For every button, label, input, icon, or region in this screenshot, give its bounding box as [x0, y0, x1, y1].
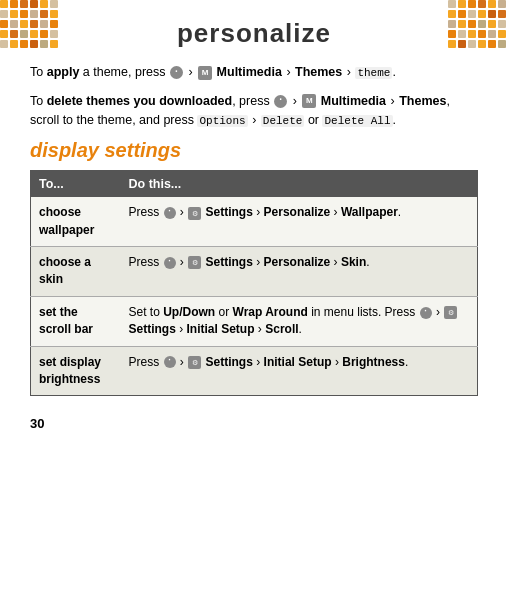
table-row: set display brightnessPress · › ⚙ Settin… — [31, 346, 478, 396]
instruction-cell: Set to Up/Down or Wrap Around in menu li… — [121, 296, 478, 346]
delete-bold: delete themes you downloaded — [47, 94, 232, 108]
instruction-cell: Press · › ⚙ Settings › Personalize › Wal… — [121, 197, 478, 246]
nav-dot-1: · — [170, 66, 183, 79]
section-heading: display settings — [30, 139, 478, 162]
content-area: To apply a theme, press · › M Multimedia… — [0, 59, 508, 406]
page-title-area: personalize — [0, 0, 508, 59]
page-title: personalize — [177, 18, 331, 48]
multimedia-label-2: Multimedia — [321, 94, 386, 108]
deleteall-mono: Delete All — [322, 115, 392, 127]
options-mono: Options — [197, 115, 247, 127]
table-header-row: To... Do this... — [31, 171, 478, 198]
multimedia-icon-1: M — [198, 66, 212, 80]
action-cell: set the scroll bar — [31, 296, 121, 346]
table-row: choose a skinPress · › ⚙ Settings › Pers… — [31, 247, 478, 297]
nav-dot-inline: · — [164, 257, 176, 269]
col2-header: Do this... — [121, 171, 478, 198]
instruction-cell: Press · › ⚙ Settings › Initial Setup › B… — [121, 346, 478, 396]
action-cell: set display brightness — [31, 346, 121, 396]
page-container: personalize To apply a theme, press · › … — [0, 0, 508, 616]
col1-header: To... — [31, 171, 121, 198]
action-cell: choose a skin — [31, 247, 121, 297]
intro-para-1: To apply a theme, press · › M Multimedia… — [30, 63, 478, 82]
themes-label-2: Themes — [399, 94, 446, 108]
nav-dot-inline: · — [420, 307, 432, 319]
settings-icon: ⚙ — [444, 306, 457, 319]
table-row: choose wallpaperPress · › ⚙ Settings › P… — [31, 197, 478, 246]
nav-dot-inline: · — [164, 207, 176, 219]
settings-table: To... Do this... choose wallpaperPress ·… — [30, 170, 478, 396]
multimedia-label-1: Multimedia — [217, 65, 282, 79]
nav-dot-2: · — [274, 95, 287, 108]
page-number: 30 — [0, 406, 508, 441]
theme-mono: theme — [355, 67, 392, 79]
apply-bold: apply — [47, 65, 80, 79]
multimedia-icon-2: M — [302, 94, 316, 108]
nav-dot-inline: · — [164, 356, 176, 368]
intro-para-2: To delete themes you downloaded, press ·… — [30, 92, 478, 130]
settings-icon: ⚙ — [188, 256, 201, 269]
themes-label-1: Themes — [295, 65, 342, 79]
action-cell: choose wallpaper — [31, 197, 121, 246]
settings-icon: ⚙ — [188, 356, 201, 369]
delete-mono: Delete — [261, 115, 305, 127]
instruction-cell: Press · › ⚙ Settings › Personalize › Ski… — [121, 247, 478, 297]
settings-icon: ⚙ — [188, 207, 201, 220]
table-row: set the scroll barSet to Up/Down or Wrap… — [31, 296, 478, 346]
